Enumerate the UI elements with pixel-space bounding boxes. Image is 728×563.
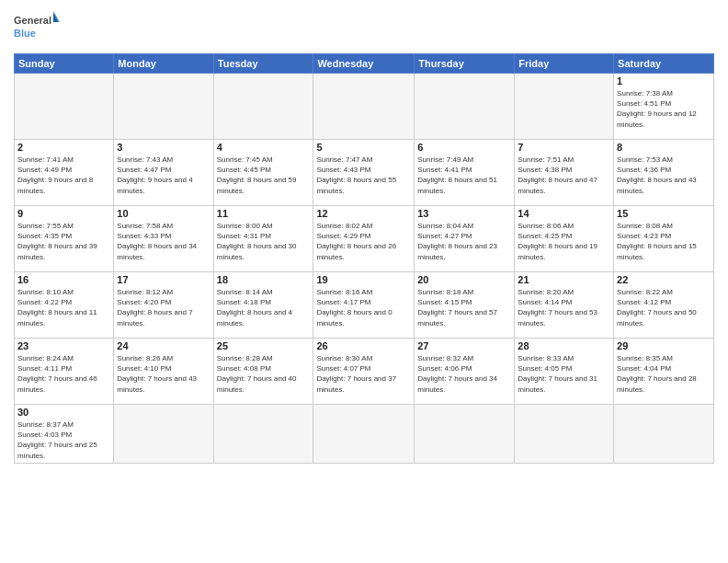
day-info: Sunrise: 7:38 AM Sunset: 4:51 PM Dayligh…	[617, 88, 711, 130]
day-info: Sunrise: 8:37 AM Sunset: 4:03 PM Dayligh…	[17, 419, 110, 461]
day-number: 9	[17, 208, 110, 219]
day-number: 25	[217, 340, 311, 351]
day-info: Sunrise: 8:28 AM Sunset: 4:08 PM Dayligh…	[217, 353, 311, 395]
day-info: Sunrise: 7:45 AM Sunset: 4:45 PM Dayligh…	[217, 155, 311, 196]
week-row-3: 16Sunrise: 8:10 AM Sunset: 4:22 PM Dayli…	[15, 272, 714, 339]
day-info: Sunrise: 7:47 AM Sunset: 4:43 PM Dayligh…	[316, 155, 411, 196]
day-info: Sunrise: 7:53 AM Sunset: 4:36 PM Dayligh…	[617, 155, 711, 196]
day-info: Sunrise: 8:26 AM Sunset: 4:10 PM Dayligh…	[117, 353, 210, 395]
day-cell: 12Sunrise: 8:02 AM Sunset: 4:29 PM Dayli…	[313, 206, 415, 272]
day-info: Sunrise: 8:20 AM Sunset: 4:14 PM Dayligh…	[518, 287, 610, 328]
day-number: 4	[217, 142, 311, 153]
day-cell: 14Sunrise: 8:06 AM Sunset: 4:25 PM Dayli…	[515, 206, 614, 272]
day-cell	[515, 74, 614, 140]
day-number: 24	[117, 340, 210, 351]
day-number: 14	[518, 208, 610, 219]
day-cell: 26Sunrise: 8:30 AM Sunset: 4:07 PM Dayli…	[313, 339, 415, 405]
day-info: Sunrise: 8:22 AM Sunset: 4:12 PM Dayligh…	[617, 287, 711, 328]
day-cell	[114, 405, 213, 464]
day-info: Sunrise: 7:51 AM Sunset: 4:38 PM Dayligh…	[518, 155, 610, 196]
day-cell: 1Sunrise: 7:38 AM Sunset: 4:51 PM Daylig…	[614, 74, 714, 140]
day-number: 11	[217, 208, 311, 219]
day-cell: 13Sunrise: 8:04 AM Sunset: 4:27 PM Dayli…	[415, 206, 515, 272]
day-cell: 28Sunrise: 8:33 AM Sunset: 4:05 PM Dayli…	[515, 339, 614, 405]
day-number: 8	[617, 142, 711, 153]
week-row-0: 1Sunrise: 7:38 AM Sunset: 4:51 PM Daylig…	[15, 74, 714, 140]
day-info: Sunrise: 8:16 AM Sunset: 4:17 PM Dayligh…	[316, 287, 411, 328]
day-cell: 20Sunrise: 8:18 AM Sunset: 4:15 PM Dayli…	[415, 272, 515, 339]
day-info: Sunrise: 7:41 AM Sunset: 4:49 PM Dayligh…	[17, 155, 110, 196]
day-number: 2	[17, 142, 110, 153]
day-number: 20	[417, 274, 511, 285]
day-cell: 25Sunrise: 8:28 AM Sunset: 4:08 PM Dayli…	[213, 339, 313, 405]
week-row-4: 23Sunrise: 8:24 AM Sunset: 4:11 PM Dayli…	[15, 339, 714, 405]
week-row-2: 9Sunrise: 7:55 AM Sunset: 4:35 PM Daylig…	[15, 206, 714, 272]
day-info: Sunrise: 8:12 AM Sunset: 4:20 PM Dayligh…	[117, 287, 210, 328]
day-cell: 18Sunrise: 8:14 AM Sunset: 4:18 PM Dayli…	[213, 272, 313, 339]
day-cell: 10Sunrise: 7:58 AM Sunset: 4:33 PM Dayli…	[114, 206, 213, 272]
day-number: 5	[316, 142, 411, 153]
day-number: 12	[316, 208, 411, 219]
day-info: Sunrise: 8:14 AM Sunset: 4:18 PM Dayligh…	[217, 287, 311, 328]
day-number: 17	[117, 274, 210, 285]
day-number: 16	[17, 274, 110, 285]
svg-text:General: General	[14, 15, 51, 26]
calendar-table: SundayMondayTuesdayWednesdayThursdayFrid…	[14, 53, 714, 464]
weekday-header-saturday: Saturday	[614, 54, 714, 74]
day-number: 7	[518, 142, 610, 153]
day-number: 19	[316, 274, 411, 285]
day-number: 1	[617, 75, 711, 86]
day-info: Sunrise: 8:32 AM Sunset: 4:06 PM Dayligh…	[417, 353, 511, 395]
day-number: 13	[417, 208, 511, 219]
weekday-header-row: SundayMondayTuesdayWednesdayThursdayFrid…	[15, 54, 714, 74]
main-container: General Blue SundayMondayTuesdayWednesda…	[0, 0, 728, 563]
day-cell: 2Sunrise: 7:41 AM Sunset: 4:49 PM Daylig…	[15, 140, 114, 206]
day-cell: 21Sunrise: 8:20 AM Sunset: 4:14 PM Dayli…	[515, 272, 614, 339]
svg-marker-3	[53, 13, 58, 22]
day-cell	[313, 405, 415, 464]
day-info: Sunrise: 7:55 AM Sunset: 4:35 PM Dayligh…	[17, 221, 110, 262]
day-cell	[114, 74, 213, 140]
day-cell: 6Sunrise: 7:49 AM Sunset: 4:41 PM Daylig…	[415, 140, 515, 206]
day-info: Sunrise: 8:30 AM Sunset: 4:07 PM Dayligh…	[316, 353, 411, 395]
day-cell: 29Sunrise: 8:35 AM Sunset: 4:04 PM Dayli…	[614, 339, 714, 405]
logo: General Blue	[14, 9, 60, 46]
weekday-header-friday: Friday	[515, 54, 614, 74]
day-info: Sunrise: 8:18 AM Sunset: 4:15 PM Dayligh…	[417, 287, 511, 328]
day-number: 3	[117, 142, 210, 153]
day-cell	[15, 74, 114, 140]
day-cell: 27Sunrise: 8:32 AM Sunset: 4:06 PM Dayli…	[415, 339, 515, 405]
day-cell: 24Sunrise: 8:26 AM Sunset: 4:10 PM Dayli…	[114, 339, 213, 405]
day-cell	[415, 405, 515, 464]
day-number: 28	[518, 340, 610, 351]
day-number: 6	[417, 142, 511, 153]
day-info: Sunrise: 8:35 AM Sunset: 4:04 PM Dayligh…	[617, 353, 711, 395]
day-cell: 9Sunrise: 7:55 AM Sunset: 4:35 PM Daylig…	[15, 206, 114, 272]
day-cell: 11Sunrise: 8:00 AM Sunset: 4:31 PM Dayli…	[213, 206, 313, 272]
day-info: Sunrise: 8:33 AM Sunset: 4:05 PM Dayligh…	[518, 353, 610, 395]
day-cell: 17Sunrise: 8:12 AM Sunset: 4:20 PM Dayli…	[114, 272, 213, 339]
weekday-header-tuesday: Tuesday	[213, 54, 313, 74]
week-row-5: 30Sunrise: 8:37 AM Sunset: 4:03 PM Dayli…	[15, 405, 714, 464]
day-number: 22	[617, 274, 711, 285]
day-cell	[213, 74, 313, 140]
day-cell	[614, 405, 714, 464]
day-info: Sunrise: 8:02 AM Sunset: 4:29 PM Dayligh…	[316, 221, 411, 262]
day-cell: 30Sunrise: 8:37 AM Sunset: 4:03 PM Dayli…	[15, 405, 114, 464]
day-number: 26	[316, 340, 411, 351]
day-cell: 16Sunrise: 8:10 AM Sunset: 4:22 PM Dayli…	[15, 272, 114, 339]
weekday-header-wednesday: Wednesday	[313, 54, 415, 74]
day-info: Sunrise: 8:10 AM Sunset: 4:22 PM Dayligh…	[17, 287, 110, 328]
day-info: Sunrise: 8:08 AM Sunset: 4:23 PM Dayligh…	[617, 221, 711, 262]
day-info: Sunrise: 7:58 AM Sunset: 4:33 PM Dayligh…	[117, 221, 210, 262]
header: General Blue	[14, 9, 714, 46]
day-info: Sunrise: 8:00 AM Sunset: 4:31 PM Dayligh…	[217, 221, 311, 262]
day-cell	[313, 74, 415, 140]
day-cell: 15Sunrise: 8:08 AM Sunset: 4:23 PM Dayli…	[614, 206, 714, 272]
day-info: Sunrise: 8:04 AM Sunset: 4:27 PM Dayligh…	[417, 221, 511, 262]
day-cell: 23Sunrise: 8:24 AM Sunset: 4:11 PM Dayli…	[15, 339, 114, 405]
svg-text:Blue: Blue	[14, 28, 36, 39]
day-number: 30	[17, 407, 110, 418]
day-number: 15	[617, 208, 711, 219]
day-number: 18	[217, 274, 311, 285]
